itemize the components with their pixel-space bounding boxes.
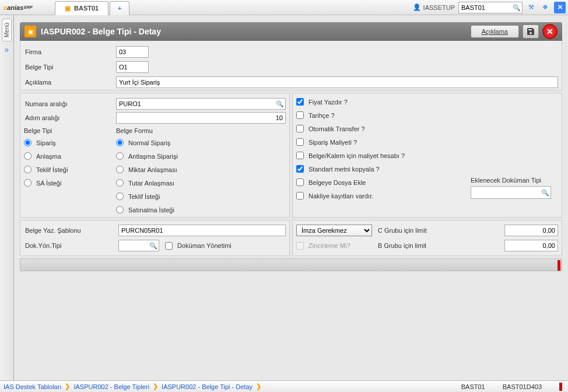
radio-satinalma[interactable]: Satınalma İsteği	[116, 206, 178, 214]
chk-belge-kalem[interactable]: Belge/Kalem için maliyet hesabı ?	[296, 152, 471, 159]
radio-normal[interactable]: Normal Sipariş	[116, 139, 178, 146]
doc-type-label: Eklenecek Doküman Tipi	[471, 177, 541, 184]
tab-add[interactable]: +	[110, 1, 129, 15]
chk-tarihce[interactable]: Tarihçe ?	[296, 111, 471, 119]
adim-label: Adım aralığı	[24, 114, 116, 121]
doc-type-input[interactable]	[471, 186, 551, 199]
c-limit-input[interactable]	[504, 225, 558, 236]
chk-nakliye-input[interactable]	[296, 192, 304, 200]
chk-zincirleme-label: Zincirleme Mi?	[308, 242, 350, 249]
chk-dokyonetimi-label: Doküman Yönetimi	[177, 242, 232, 249]
save-button[interactable]	[523, 24, 539, 38]
radio-tutar-label: Tutar Anlaşması	[128, 180, 174, 187]
firma-label: Firma	[24, 48, 116, 55]
numara-label: Numara aralığı	[24, 100, 116, 107]
b-limit-input[interactable]	[504, 240, 558, 251]
window-close-button[interactable]: ✕	[542, 24, 558, 39]
numara-input[interactable]	[116, 98, 286, 110]
sablon-input[interactable]	[118, 225, 286, 236]
left-sidebar: Menü »	[0, 15, 14, 380]
radio-teklif-istegi-input[interactable]	[116, 192, 124, 200]
radio-siparis[interactable]: Sipariş	[24, 139, 116, 146]
c-limit-label: C Grubu için limit	[378, 227, 436, 234]
chk-dosya[interactable]: Belgeye Dosya Ekle	[296, 178, 471, 186]
chk-standart[interactable]: Standart metni kopyala ?	[296, 165, 471, 173]
user-icon: 👤	[413, 4, 421, 11]
bottom-right-panel: İmza Gerekmez C Grubu için limit Zincirl…	[292, 220, 562, 256]
chk-maliyet[interactable]: Sipariş Maliyeti ?	[296, 138, 471, 146]
radio-anlasma[interactable]: Anlaşma	[24, 152, 116, 160]
chk-fiyat[interactable]: Fiyat Yazdır ?	[296, 98, 471, 106]
adim-input[interactable]	[116, 112, 286, 124]
radio-teklif-input[interactable]	[24, 166, 31, 173]
chk-dosya-input[interactable]	[296, 178, 304, 186]
chk-standart-label: Standart metni kopyala ?	[308, 166, 380, 173]
tab-bast01[interactable]: ▣ BAST01	[55, 1, 108, 15]
crumb-2[interactable]: IASPUR002 - Belge Tipi - Detay	[158, 383, 256, 390]
bottom-left-panel: Belge Yaz. Şablonu Dok.Yön.Tipi 🔍 Doküma…	[20, 220, 290, 256]
radio-tutar[interactable]: Tutar Anlaşması	[116, 179, 178, 187]
radio-tutar-input[interactable]	[116, 179, 124, 187]
top-search-input[interactable]	[458, 2, 523, 13]
menu-expand-icon[interactable]: »	[5, 45, 9, 54]
radio-teklif-istegi-label: Teklif İsteği	[128, 193, 160, 200]
chk-belge-kalem-input[interactable]	[296, 152, 304, 159]
radio-sa-label: SA İsteği	[36, 180, 61, 187]
row-adim: Adım aralığı	[24, 111, 286, 125]
chk-transfer[interactable]: Otomatik Transfer ?	[296, 125, 471, 132]
radio-miktar-input[interactable]	[116, 166, 124, 173]
topbar: caniasERP ▣ BAST01 + 👤 IASSETUP 🔍 ⚒ ❖ ✕	[0, 0, 568, 15]
radio-sa-input[interactable]	[24, 179, 31, 187]
radio-antlasma-sip-input[interactable]	[116, 152, 124, 160]
chk-belge-kalem-label: Belge/Kalem için maliyet hesabı ?	[308, 152, 405, 159]
crumb-1[interactable]: IASPUR002 - Belge Tipleri	[70, 383, 153, 390]
chk-tarihce-input[interactable]	[296, 111, 304, 119]
chk-zincirleme-input	[296, 242, 304, 250]
app-close-icon[interactable]: ✕	[554, 2, 566, 13]
tool-icon-1[interactable]: ⚒	[526, 2, 537, 13]
belgetipi-input[interactable]	[116, 61, 149, 73]
titlebar-actions: Açıklama ✕	[471, 24, 558, 39]
radio-teklif[interactable]: Teklif İsteği	[24, 166, 116, 173]
chk-transfer-input[interactable]	[296, 125, 304, 132]
crumb-sep-icon: ❯	[153, 383, 158, 390]
menu-button[interactable]: Menü	[2, 19, 12, 41]
aciklama-label: Açıklama	[24, 79, 116, 86]
mid-panels: Numara aralığı 🔍 Adım aralığı Belge Tipi…	[20, 93, 562, 218]
save-icon	[526, 27, 535, 36]
chk-nakliye[interactable]: Nakliye kayıtları vardır.	[296, 192, 471, 200]
crumb-sep-icon: ❯	[256, 383, 261, 390]
belgetipi-radios: Sipariş Anlaşma Teklif İsteği SA İsteği	[24, 136, 116, 187]
chk-fiyat-input[interactable]	[296, 98, 304, 106]
row-belgetipi: Belge Tipi	[24, 60, 558, 75]
radio-normal-input[interactable]	[116, 139, 124, 146]
chk-dokyonetimi[interactable]: Doküman Yönetimi	[165, 242, 232, 250]
aciklama-button[interactable]: Açıklama	[471, 25, 519, 38]
radio-sa[interactable]: SA İsteği	[24, 179, 116, 187]
top-search-wrap: 🔍	[458, 2, 523, 13]
window-titlebar: ▣ IASPUR002 - Belge Tipi - Detay Açıklam…	[20, 22, 562, 41]
radio-satinalma-input[interactable]	[116, 206, 124, 214]
tool-icon-2[interactable]: ❖	[540, 2, 551, 13]
radio-teklif-istegi[interactable]: Teklif İsteği	[116, 192, 178, 200]
aciklama-input[interactable]	[116, 76, 558, 88]
logo-suffix: ERP	[24, 5, 32, 9]
header-form: Firma Belge Tipi Açıklama	[20, 41, 562, 90]
crumb-0[interactable]: IAS Destek Tabloları	[0, 383, 65, 390]
doktipi-input[interactable]	[118, 240, 159, 251]
firma-input[interactable]	[116, 46, 149, 58]
radio-siparis-input[interactable]	[24, 139, 31, 146]
belgetipi-label: Belge Tipi	[24, 64, 116, 71]
chk-maliyet-input[interactable]	[296, 138, 304, 146]
belgeformu-group-label: Belge Formu	[116, 127, 178, 134]
radio-miktar[interactable]: Miktar Anlaşması	[116, 166, 178, 173]
radio-anlasma-input[interactable]	[24, 152, 31, 160]
belgetipi-group-label: Belge Tipi	[24, 127, 116, 134]
chk-standart-input[interactable]	[296, 165, 304, 173]
chk-zincirleme: Zincirleme Mi?	[296, 242, 372, 250]
radio-anlasma-label: Anlaşma	[36, 153, 61, 160]
sablon-label: Belge Yaz. Şablonu	[24, 227, 116, 234]
radio-antlasma-sip[interactable]: Antlaşma Siparişi	[116, 152, 178, 160]
imza-select[interactable]: İmza Gerekmez	[296, 225, 372, 236]
chk-dokyonetimi-input[interactable]	[165, 242, 173, 250]
